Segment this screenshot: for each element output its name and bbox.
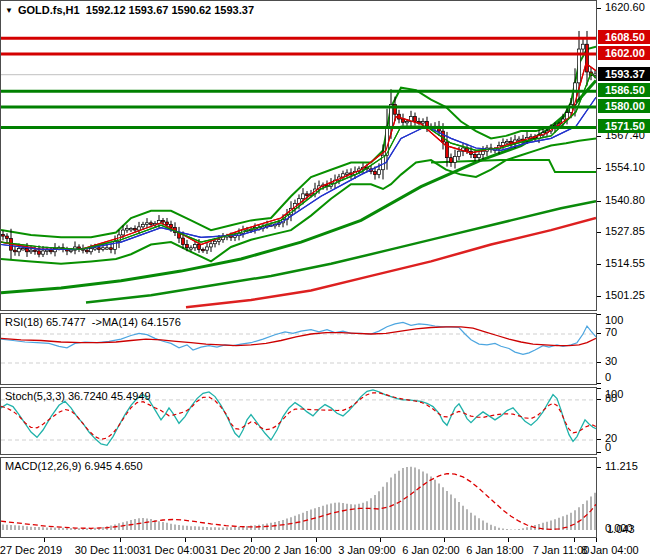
candle-body [414,117,417,122]
axis-tick [597,8,601,9]
time-axis-label: 6 Jan 02:00 [402,544,460,556]
axis-tick [597,467,601,468]
candle-body [450,158,453,163]
time-axis-label: 27 Dec 2019 [0,544,62,556]
current-price-badge: 1593.37 [598,67,650,81]
macd-axis-label-zero: 0.000 [605,522,633,534]
ma-slow-blue-top [1,97,596,249]
candle-body [218,240,221,242]
candle-body [26,249,29,252]
axis-tick [597,201,601,202]
candle-body [518,139,521,140]
price-axis-label: 1620.60 [605,1,645,13]
axis-tick [597,232,601,233]
candle-body [454,156,457,162]
chart-ohlc-quote: 1592.12 1593.67 1590.62 1593.37 [86,4,254,16]
candle-body [106,248,109,249]
candle-body [482,151,485,154]
time-axis-tick [251,538,252,542]
candle-body [406,121,409,122]
macd-indicator-panel[interactable]: MACD(12,26,9) 6.945 4.650 [0,457,597,538]
support-badge: 1571.50 [598,119,650,133]
candle-body [302,194,305,199]
time-axis-label: 3 Jan 09:00 [338,544,396,556]
candle-body [22,249,25,250]
axis-tick [597,264,601,265]
trading-terminal: ▼GOLD.fs,H1 1592.12 1593.67 1590.62 1593… [0,0,660,560]
candle-body [346,173,349,174]
axis-tick [597,452,601,453]
candle-body [210,244,213,247]
candle-body [374,171,377,174]
ma-slow-blue-line [1,97,596,249]
candle-body [202,249,205,250]
candle-body [122,230,125,235]
candle-body [166,222,169,224]
time-axis-tick [44,538,45,542]
candle-body [98,248,101,250]
candle-body [186,245,189,248]
price-chart-panel[interactable]: ▼GOLD.fs,H1 1592.12 1593.67 1590.62 1593… [0,0,597,311]
axis-tick [597,333,601,334]
resistance-badge: 1602.00 [598,46,650,60]
candle-body [214,241,217,243]
time-axis-tick [508,538,509,542]
stoch-axis-label: 0 [605,441,611,453]
time-axis-tick [574,538,575,542]
rsi-indicator-panel[interactable]: RSI(18) 65.7477 ->MA(14) 64.1576 [0,313,597,385]
axis-tick [597,168,601,169]
candle-body [162,220,165,222]
candle-body [206,247,209,250]
rsi-axis-label: 100 [605,314,623,326]
candle-body [14,250,17,252]
rsi-axis-label: 30 [605,355,617,367]
axis-tick [597,296,601,297]
stoch-axis-label: 80 [605,392,617,404]
support-badge: 1580.00 [598,99,650,113]
time-axis-tick [380,538,381,542]
axis-tick [597,399,601,400]
candle-body [90,249,93,252]
time-axis-label: 2 Jan 16:00 [274,544,332,556]
candle-body [34,250,37,251]
time-axis-tick [120,538,121,542]
time-axis-label: 6 Jan 18:00 [466,544,524,556]
candle-body [146,223,149,225]
chart-dropdown-icon[interactable]: ▼ [5,6,13,15]
candle-body [150,223,153,225]
candle-body [102,248,105,250]
candle-body [110,248,113,250]
chart-title: ▼GOLD.fs,H1 1592.12 1593.67 1590.62 1593… [5,4,254,16]
axis-tick [597,388,601,389]
candle-body [70,250,73,251]
candle-body [130,228,133,229]
rsi-axis-label: 70 [605,326,617,338]
candle-body [46,250,49,251]
price-axis-label: 1514.55 [605,257,645,269]
price-chart-canvas[interactable] [1,1,596,310]
time-axis-tick [444,538,445,542]
candle-body [18,249,21,252]
stochastic-indicator-panel[interactable]: Stoch(5,3,3) 36.7240 45.4949 [0,387,597,455]
macd-axis-label: 11.215 [605,460,638,472]
candle-body [426,121,429,126]
candle-body [194,245,197,248]
candle-body [50,250,53,252]
macd-label: MACD(12,26,9) 6.945 4.650 [5,460,143,472]
candle-body [138,227,141,230]
time-axis-label: 30 Dec 11:00 [75,544,140,556]
candle-body [142,224,145,226]
time-axis-tick [316,538,317,542]
candle-body [78,247,81,249]
candle-body [198,245,201,250]
axis-tick [597,314,601,315]
price-axis-label: 1527.85 [605,225,645,237]
time-axis: 27 Dec 201930 Dec 11:0031 Dec 04:0031 De… [0,538,660,560]
time-axis-label: 31 Dec 20:00 [205,544,270,556]
candle-body [94,248,97,249]
candle-body [506,142,509,143]
stoch-label: Stoch(5,3,3) 36.7240 45.4949 [5,390,151,402]
candle-body [582,44,585,49]
candle-body [422,121,425,123]
candle-body [134,228,137,230]
